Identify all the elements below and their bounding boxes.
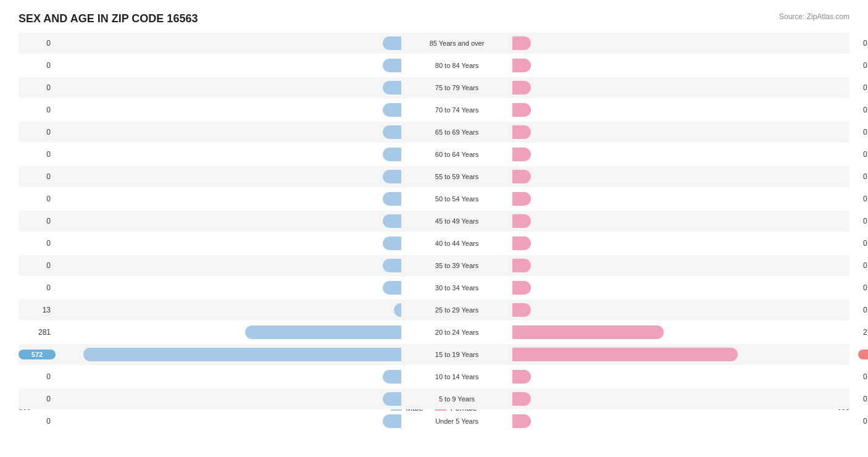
female-bar xyxy=(512,414,531,428)
female-bar xyxy=(512,259,531,272)
male-value: 13 xyxy=(19,306,56,314)
age-label: 75 to 79 Years xyxy=(401,84,512,91)
chart-row: 0 75 to 79 Years 0 xyxy=(19,77,849,98)
age-label: 50 to 54 Years xyxy=(401,195,512,203)
right-bar-wrapper xyxy=(512,170,858,183)
age-label: 35 to 39 Years xyxy=(401,262,512,269)
male-bar xyxy=(245,325,401,339)
right-bar-wrapper xyxy=(512,281,858,295)
age-label: 20 to 24 Years xyxy=(401,329,512,336)
male-bar xyxy=(383,81,401,94)
left-bar-wrapper xyxy=(56,59,401,72)
female-value: 0 xyxy=(858,261,868,270)
male-value: 0 xyxy=(19,83,56,92)
female-bar xyxy=(512,103,531,117)
female-bar xyxy=(512,237,531,250)
right-bar-wrapper xyxy=(512,414,858,428)
male-bar xyxy=(383,103,401,117)
left-bar-wrapper xyxy=(56,125,401,139)
chart-row: 0 55 to 59 Years 0 xyxy=(19,166,849,187)
male-value: 0 xyxy=(19,61,56,70)
age-label: 60 to 64 Years xyxy=(401,151,512,158)
female-value: 0 xyxy=(858,150,868,159)
left-bar-wrapper xyxy=(56,214,401,228)
age-label: 45 to 49 Years xyxy=(401,217,512,225)
female-bar xyxy=(512,214,531,228)
female-bar xyxy=(512,59,531,72)
male-bar xyxy=(383,259,401,272)
left-bar-wrapper xyxy=(56,348,401,361)
female-bar xyxy=(512,81,531,94)
chart-row: 0 65 to 69 Years 0 xyxy=(19,122,849,143)
male-bar xyxy=(383,214,401,228)
right-bar-wrapper xyxy=(512,259,858,272)
right-bar-wrapper xyxy=(512,59,858,72)
female-value: 0 xyxy=(858,395,868,403)
male-bar xyxy=(383,36,401,50)
male-bar xyxy=(383,170,401,183)
female-bar xyxy=(512,303,531,317)
female-bar xyxy=(512,325,664,339)
male-value: 0 xyxy=(19,417,56,426)
chart-row: 0 35 to 39 Years 0 xyxy=(19,255,849,276)
right-bar-wrapper xyxy=(512,237,858,250)
male-bar xyxy=(383,281,401,295)
male-value: 281 xyxy=(19,328,56,337)
left-bar-wrapper xyxy=(56,170,401,183)
female-value: 0 xyxy=(858,239,868,248)
male-bar xyxy=(383,370,401,384)
female-value: 405 xyxy=(858,350,868,359)
female-bar xyxy=(512,370,531,384)
female-bar xyxy=(512,192,531,206)
male-value: 0 xyxy=(19,239,56,248)
left-bar-wrapper xyxy=(56,392,401,406)
male-bar xyxy=(394,303,401,317)
male-value: 0 xyxy=(19,261,56,270)
age-label: 5 to 9 Years xyxy=(401,395,512,403)
male-value: 572 xyxy=(19,350,56,359)
male-value: 0 xyxy=(19,150,56,159)
chart-container: SEX AND AGE IN ZIP CODE 16563 Source: Zi… xyxy=(0,0,868,457)
female-value: 0 xyxy=(858,217,868,225)
right-bar-wrapper xyxy=(512,370,858,384)
male-value: 0 xyxy=(19,106,56,114)
female-bar xyxy=(512,392,531,406)
age-label: Under 5 Years xyxy=(401,417,512,425)
male-bar xyxy=(383,148,401,161)
left-bar-wrapper xyxy=(56,303,401,317)
male-bar xyxy=(83,348,401,361)
right-bar-wrapper xyxy=(512,192,858,206)
female-value: 0 xyxy=(858,172,868,181)
left-bar-wrapper xyxy=(56,148,401,161)
age-label: 15 to 19 Years xyxy=(401,351,512,358)
right-bar-wrapper xyxy=(512,148,858,161)
chart-row: 0 80 to 84 Years 0 xyxy=(19,55,849,76)
chart-row: 572 15 to 19 Years 405 xyxy=(19,344,849,365)
chart-row: 0 5 to 9 Years 0 xyxy=(19,388,849,409)
male-bar xyxy=(383,125,401,139)
female-value: 0 xyxy=(858,283,868,292)
left-bar-wrapper xyxy=(56,325,401,339)
age-label: 10 to 14 Years xyxy=(401,373,512,380)
male-value: 0 xyxy=(19,372,56,381)
age-label: 85 Years and over xyxy=(401,40,512,47)
left-bar-wrapper xyxy=(56,237,401,250)
chart-row: 13 25 to 29 Years 0 xyxy=(19,300,849,321)
chart-area: 0 85 Years and over 0 0 80 to 84 Years 0… xyxy=(19,33,849,397)
age-label: 40 to 44 Years xyxy=(401,240,512,247)
left-bar-wrapper xyxy=(56,103,401,117)
age-label: 55 to 59 Years xyxy=(401,173,512,180)
right-bar-wrapper xyxy=(512,348,858,361)
male-value: 0 xyxy=(19,395,56,403)
female-value: 0 xyxy=(858,83,868,92)
right-bar-wrapper xyxy=(512,36,858,50)
left-bar-wrapper xyxy=(56,192,401,206)
chart-row: 0 70 to 74 Years 0 xyxy=(19,99,849,120)
female-value: 0 xyxy=(858,195,868,203)
male-bar xyxy=(383,414,401,428)
chart-row: 0 60 to 64 Years 0 xyxy=(19,144,849,165)
chart-row: 0 Under 5 Years 0 xyxy=(19,411,849,432)
female-value: 0 xyxy=(858,372,868,381)
chart-row: 0 10 to 14 Years 0 xyxy=(19,366,849,387)
right-bar-wrapper xyxy=(512,303,858,317)
